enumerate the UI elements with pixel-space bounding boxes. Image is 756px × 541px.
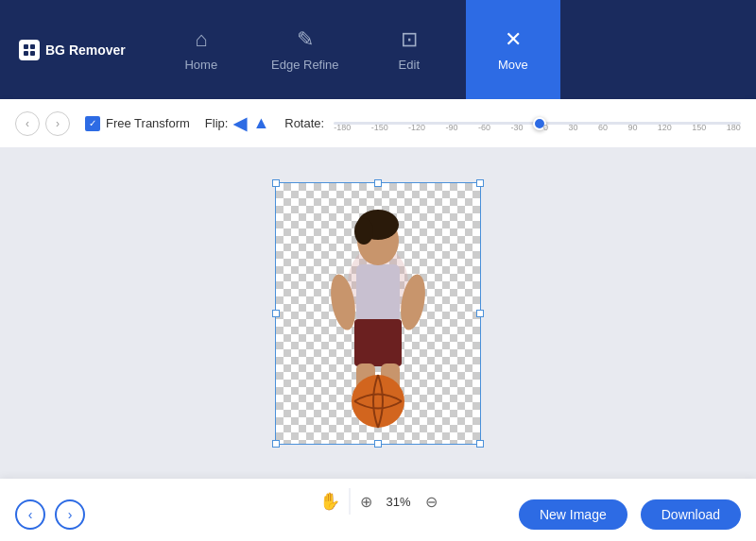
undo-button[interactable]: ‹ [15,111,40,136]
subject-image [307,198,449,444]
handle-top-left[interactable] [272,179,280,187]
nav-move-label: Move [498,58,528,72]
rotate-label: Rotate: [284,116,324,130]
free-transform-toggle[interactable]: ✓ Free Transform [85,116,190,131]
logo-icon [19,40,40,60]
nav-edge-refine-label: Edge Refine [271,58,339,72]
svg-point-10 [354,218,373,245]
nav-edit[interactable]: ⊡ Edit [362,0,456,99]
handle-bottom-mid[interactable] [374,440,382,448]
svg-rect-11 [354,319,402,366]
redo-button[interactable]: › [45,111,70,136]
handle-mid-right[interactable] [476,310,484,317]
nav-arrows-bottom: ‹ › [15,499,85,530]
move-icon: ✕ [505,27,522,52]
toolbar: ‹ › ✓ Free Transform Flip: ◀ ▲ Rotate: -… [0,99,756,148]
svg-rect-0 [24,44,28,49]
flip-vertical-button[interactable]: ▲ [252,113,269,133]
action-buttons: New Image Download [519,499,741,530]
handle-mid-left[interactable] [272,310,280,317]
zoom-controls: ✋ ⊕ 31% ⊖ [319,488,438,515]
zoom-level: 31% [382,495,416,509]
nav-move[interactable]: ✕ Move [466,0,560,99]
handle-bottom-right[interactable] [476,440,484,448]
toolbar-nav: ‹ › [15,111,70,136]
flip-label: Flip: [205,116,229,130]
rotate-ticks: -180 -150 -120 -90 -60 -30 0 30 60 90 12… [334,123,741,132]
logo-label: BG Remover [45,42,126,58]
edge-refine-icon: ✎ [297,27,314,52]
rotate-controls: Rotate: -180 -150 -120 -90 -60 -30 0 30 … [284,110,741,138]
new-image-button[interactable]: New Image [519,499,627,530]
home-icon: ⌂ [195,27,207,52]
bottom-bar: ✋ ⊕ 31% ⊖ ‹ › New Image Download [0,479,756,541]
svg-rect-3 [30,51,35,56]
zoom-out-icon[interactable]: ⊖ [425,493,438,511]
logo-area: BG Remover [19,40,126,60]
image-container[interactable] [275,182,481,445]
edit-icon: ⊡ [401,27,418,52]
nav-home-label: Home [184,58,217,72]
nav-edge-refine[interactable]: ✎ Edge Refine [258,0,352,99]
handle-bottom-left[interactable] [272,440,280,448]
nav-edit-label: Edit [399,58,420,72]
canvas-area [0,148,756,479]
rotate-slider-wrap[interactable]: -180 -150 -120 -90 -60 -30 0 30 60 90 12… [334,110,741,138]
svg-point-14 [352,375,404,428]
handle-top-right[interactable] [476,179,484,187]
svg-rect-1 [30,44,35,49]
download-button[interactable]: Download [641,499,741,530]
divider [350,488,351,515]
nav-home[interactable]: ⌂ Home [154,0,249,99]
next-image-button[interactable]: › [55,499,85,530]
hand-tool-icon[interactable]: ✋ [319,491,340,512]
free-transform-label: Free Transform [106,116,190,130]
free-transform-checkbox[interactable]: ✓ [85,116,100,131]
prev-image-button[interactable]: ‹ [15,499,45,530]
zoom-in-icon[interactable]: ⊕ [360,493,372,511]
flip-controls: Flip: ◀ ▲ [205,113,269,134]
handle-top-mid[interactable] [374,179,382,187]
svg-rect-2 [24,51,28,56]
svg-rect-5 [356,264,400,321]
header: BG Remover ⌂ Home ✎ Edge Refine ⊡ Edit ✕… [0,0,756,99]
flip-horizontal-button[interactable]: ◀ [233,113,247,134]
